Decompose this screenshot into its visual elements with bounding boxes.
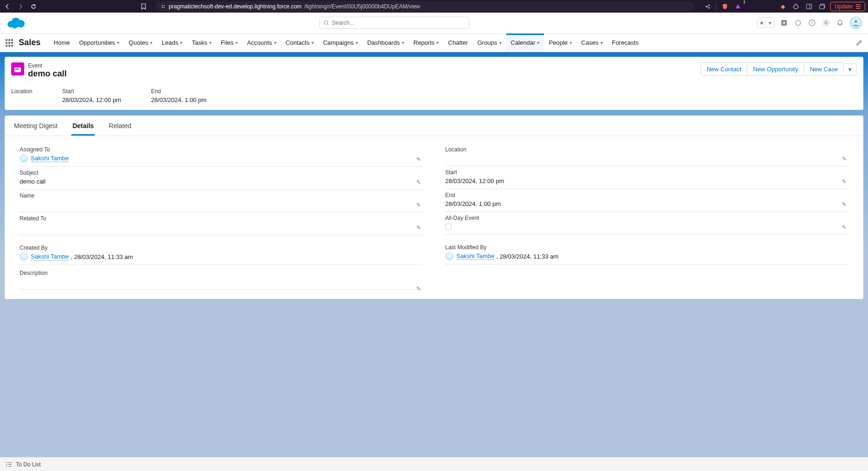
end-value: 28/03/2024, 1:00 pm: [445, 200, 848, 208]
nav-cases[interactable]: Cases▾: [577, 34, 607, 52]
global-search-input[interactable]: [332, 20, 465, 26]
nav-files[interactable]: Files▾: [216, 34, 242, 52]
edit-pencil-icon[interactable]: ✎: [842, 224, 847, 231]
nav-contacts[interactable]: Contacts▾: [281, 34, 318, 52]
browser-reload-icon[interactable]: [29, 2, 38, 11]
chevron-down-icon[interactable]: ▾: [499, 40, 502, 45]
edit-pencil-icon[interactable]: ✎: [416, 225, 421, 231]
salesforce-logo[interactable]: [6, 16, 26, 30]
nav-forecasts[interactable]: Forecasts: [607, 34, 643, 52]
nav-groups[interactable]: Groups▾: [473, 34, 506, 52]
nav-accounts[interactable]: Accounts▾: [242, 34, 281, 52]
chevron-down-icon[interactable]: ▾: [600, 40, 603, 45]
site-settings-icon[interactable]: [160, 4, 166, 9]
nav-dashboards[interactable]: Dashboards▾: [363, 34, 409, 52]
all-day-checkbox[interactable]: [445, 224, 452, 230]
new-contact-button[interactable]: New Contact: [701, 62, 747, 76]
nav-opportunities[interactable]: Opportunities▾: [75, 34, 124, 52]
brave-rewards-icon[interactable]: 1: [733, 2, 743, 11]
modified-by-link[interactable]: Sakshi Tambe: [456, 253, 494, 260]
extensions-icon[interactable]: [791, 2, 800, 11]
edit-pencil-icon[interactable]: ✎: [416, 156, 421, 163]
todo-list-icon[interactable]: [6, 462, 12, 467]
svg-point-16: [854, 20, 857, 23]
chevron-down-icon[interactable]: ▾: [209, 40, 212, 45]
edit-pencil-icon[interactable]: ✎: [416, 286, 421, 292]
sidepanel-icon[interactable]: [804, 2, 813, 11]
search-icon: [324, 20, 329, 26]
chevron-down-icon[interactable]: ▾: [117, 40, 119, 45]
browser-chrome: pragmatictechsoft-dev-ed.develop.lightni…: [0, 0, 868, 13]
nav-calendar[interactable]: Calendar▾: [506, 34, 544, 52]
user-avatar[interactable]: [849, 16, 862, 29]
wallet-icon[interactable]: ◆: [778, 2, 787, 11]
tab-overview-icon[interactable]: [817, 2, 827, 11]
app-name: Sales: [19, 38, 41, 48]
new-opportunity-button[interactable]: New Opportunity: [747, 62, 804, 76]
tab-related[interactable]: Related: [108, 116, 132, 136]
chevron-down-icon[interactable]: ▾: [150, 40, 152, 45]
favorites-combo[interactable]: ★ ▾: [757, 18, 775, 28]
tab-details[interactable]: Details: [71, 116, 95, 136]
setup-gear-icon[interactable]: [821, 18, 831, 27]
guidance-center-icon[interactable]: [793, 18, 803, 27]
user-chip: Sakshi Tambe: [445, 252, 494, 260]
address-host: pragmatictechsoft-dev-ed.develop.lightni…: [169, 3, 302, 10]
edit-pencil-icon[interactable]: ✎: [842, 201, 847, 208]
chevron-down-icon[interactable]: ▾: [356, 40, 358, 45]
global-search[interactable]: [319, 17, 469, 29]
edit-pencil-icon[interactable]: ✎: [842, 178, 847, 185]
star-icon[interactable]: ★: [758, 20, 766, 26]
user-chip: Sakshi Tambe: [20, 154, 69, 163]
notifications-bell-icon[interactable]: [835, 18, 845, 27]
created-by-link[interactable]: Sakshi Tambe: [31, 253, 69, 260]
bookmark-icon[interactable]: [139, 2, 148, 11]
chevron-down-icon[interactable]: ▾: [766, 20, 774, 26]
chevron-down-icon[interactable]: ▾: [311, 40, 314, 45]
share-icon[interactable]: [703, 2, 712, 11]
nav-campaigns[interactable]: Campaigns▾: [318, 34, 363, 52]
divider: [716, 3, 716, 10]
location-value: [445, 154, 848, 162]
chevron-down-icon[interactable]: ▾: [436, 40, 439, 45]
svg-rect-18: [14, 66, 21, 68]
browser-back-icon[interactable]: [3, 2, 12, 11]
brave-shields-icon[interactable]: [720, 2, 730, 11]
edit-pencil-icon[interactable]: ✎: [842, 156, 847, 162]
nav-tasks[interactable]: Tasks▾: [187, 34, 216, 52]
browser-forward-icon[interactable]: [16, 2, 25, 11]
new-case-button[interactable]: New Case: [804, 62, 844, 76]
user-chip: Sakshi Tambe: [20, 253, 69, 261]
nav-leads[interactable]: Leads▾: [157, 34, 187, 52]
app-launcher-icon[interactable]: [6, 39, 13, 47]
global-header: ★ ▾ ?: [0, 13, 868, 34]
edit-pencil-icon[interactable]: ✎: [416, 179, 421, 185]
todo-list-button[interactable]: To Do List: [16, 461, 41, 468]
name-value: [20, 200, 423, 208]
record-actions: New Contact New Opportunity New Case ▼: [701, 62, 857, 76]
browser-update-button[interactable]: Update: [830, 2, 865, 11]
edit-pencil-icon[interactable]: ✎: [416, 202, 421, 208]
nav-chatter[interactable]: Chatter: [443, 34, 473, 52]
nav-home[interactable]: Home: [49, 34, 75, 52]
chevron-down-icon[interactable]: ▾: [537, 40, 539, 45]
nav-quotes[interactable]: Quotes▾: [124, 34, 157, 52]
browser-update-label: Update: [834, 3, 853, 10]
chevron-down-icon[interactable]: ▾: [274, 40, 276, 45]
help-icon[interactable]: ?: [807, 18, 817, 27]
assigned-to-link[interactable]: Sakshi Tambe: [31, 155, 69, 162]
more-actions-button[interactable]: ▼: [844, 63, 857, 75]
chevron-down-icon[interactable]: ▾: [235, 40, 238, 45]
chevron-down-icon[interactable]: ▾: [402, 40, 404, 45]
nav-edit-pencil-icon[interactable]: [856, 40, 862, 46]
chevron-down-icon[interactable]: ▾: [570, 40, 572, 45]
nav-people[interactable]: People▾: [544, 34, 576, 52]
empty-space: [5, 299, 863, 402]
global-actions-icon[interactable]: [779, 18, 789, 27]
chevron-down-icon[interactable]: ▾: [180, 40, 182, 45]
address-bar[interactable]: pragmatictechsoft-dev-ed.develop.lightni…: [156, 1, 695, 12]
nav-reports[interactable]: Reports▾: [409, 34, 444, 52]
tab-meeting-digest[interactable]: Meeting Digest: [13, 116, 58, 136]
svg-point-15: [825, 22, 827, 24]
record-tabs: Meeting Digest Details Related: [5, 116, 863, 136]
